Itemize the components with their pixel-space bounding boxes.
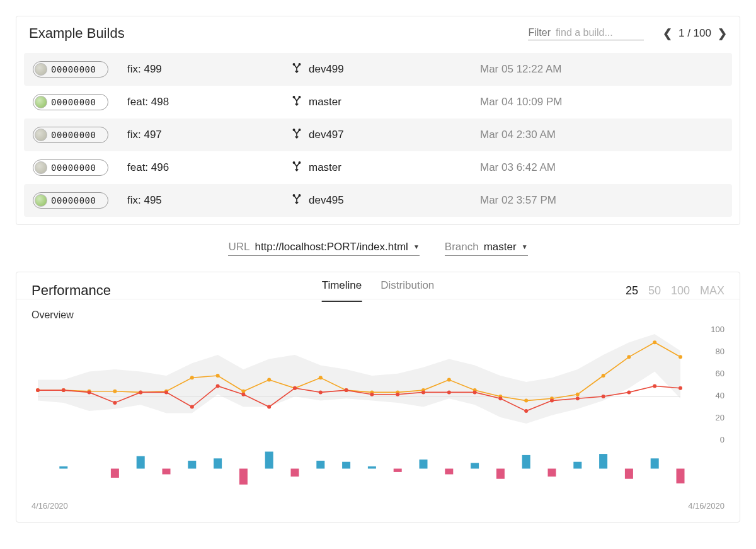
svg-point-4: [293, 129, 294, 130]
overview-line-chart: [32, 325, 687, 444]
pager-text: 1 / 100: [679, 27, 711, 40]
commit-hash: 00000000: [51, 163, 96, 173]
build-time: Mar 04 10:09 PM: [480, 96, 723, 108]
svg-point-51: [396, 393, 399, 396]
svg-rect-74: [573, 462, 581, 469]
build-row[interactable]: 00000000fix: 495dev495Mar 02 3:57 PM: [24, 184, 732, 217]
svg-rect-76: [651, 458, 659, 468]
branch-icon: [291, 62, 302, 77]
svg-rect-83: [496, 469, 505, 479]
branch-name: master: [309, 96, 341, 108]
count-option[interactable]: MAX: [700, 284, 724, 298]
performance-card: Performance Timeline Distribution 255010…: [16, 272, 740, 523]
branch-cell: dev497: [291, 128, 480, 142]
svg-rect-63: [59, 466, 67, 469]
filter-input-wrap[interactable]: Filter: [528, 27, 644, 40]
svg-rect-84: [548, 469, 556, 477]
commit-hash-chip[interactable]: 00000000: [33, 94, 108, 110]
avatar-icon: [35, 129, 47, 141]
pager-prev-icon[interactable]: ❮: [663, 26, 672, 40]
svg-rect-75: [599, 454, 607, 468]
svg-point-42: [164, 390, 168, 394]
branch-name: master: [309, 161, 341, 174]
svg-point-53: [447, 390, 451, 394]
svg-point-34: [627, 355, 631, 359]
commit-message: fix: 497: [127, 129, 291, 141]
avatar-icon: [35, 161, 47, 174]
commit-hash: 00000000: [51, 195, 96, 205]
svg-rect-66: [214, 458, 222, 468]
x-start-label: 4/16/2020: [32, 501, 68, 511]
pager: ❮ 1 / 100 ❯: [663, 26, 727, 40]
build-row[interactable]: 00000000feat: 496masterMar 03 6:42 AM: [24, 151, 732, 184]
filter-label: Filter: [528, 27, 551, 38]
tab-timeline[interactable]: Timeline: [322, 279, 362, 302]
svg-point-43: [190, 405, 194, 409]
svg-point-0: [293, 63, 294, 64]
build-row[interactable]: 00000000feat: 498masterMar 04 10:09 PM: [24, 86, 732, 118]
tab-distribution[interactable]: Distribution: [381, 279, 434, 302]
builds-card: Example Builds Filter ❮ 1 / 100 ❯ 000000…: [16, 16, 740, 225]
branch-icon: [291, 128, 302, 142]
svg-point-56: [524, 409, 528, 413]
x-end-label: 4/16/2020: [688, 501, 724, 511]
svg-rect-70: [368, 466, 376, 469]
svg-point-5: [299, 129, 300, 130]
count-option[interactable]: 50: [648, 284, 661, 298]
branch-cell: master: [291, 161, 480, 175]
filter-input[interactable]: [556, 27, 644, 38]
svg-point-54: [473, 390, 477, 394]
svg-rect-82: [445, 469, 453, 475]
svg-rect-69: [342, 462, 350, 469]
build-time: Mar 02 3:57 PM: [480, 194, 723, 207]
build-row[interactable]: 00000000fix: 497dev497Mar 04 2:30 AM: [24, 118, 732, 151]
svg-rect-80: [291, 469, 299, 477]
svg-point-20: [267, 378, 271, 382]
commit-hash-chip[interactable]: 00000000: [33, 61, 108, 78]
build-row[interactable]: 00000000fix: 499dev499Mar 05 12:22 AM: [24, 53, 732, 86]
svg-rect-71: [420, 459, 428, 468]
count-option[interactable]: 25: [626, 284, 638, 298]
svg-point-52: [421, 390, 425, 394]
svg-rect-72: [471, 463, 479, 469]
svg-point-14: [113, 390, 117, 393]
svg-point-60: [627, 390, 631, 394]
svg-rect-81: [394, 469, 402, 472]
build-rows: 00000000fix: 499dev499Mar 05 12:22 AM000…: [16, 53, 740, 224]
svg-point-37: [36, 388, 40, 392]
commit-hash-chip[interactable]: 00000000: [33, 127, 108, 143]
svg-rect-85: [625, 469, 633, 479]
url-selector[interactable]: URL http://localhost:PORT/index.html ▼: [228, 241, 419, 256]
svg-point-22: [319, 376, 323, 379]
dropdown-icon: ▼: [413, 243, 420, 250]
commit-message: feat: 496: [127, 161, 291, 174]
chart-area: 100806040200: [16, 325, 740, 494]
count-selector: 2550100MAX: [626, 284, 724, 298]
svg-point-38: [62, 388, 66, 392]
svg-rect-78: [163, 469, 171, 475]
commit-message: fix: 499: [127, 63, 291, 76]
commit-hash-chip[interactable]: 00000000: [33, 159, 108, 176]
svg-rect-65: [188, 461, 196, 469]
branch-icon: [291, 95, 302, 110]
overview-label: Overview: [16, 299, 740, 325]
svg-point-55: [498, 396, 502, 400]
svg-rect-68: [316, 461, 324, 469]
mid-selectors: URL http://localhost:PORT/index.html ▼ B…: [0, 241, 756, 256]
pager-next-icon[interactable]: ❯: [718, 26, 727, 40]
commit-hash-chip[interactable]: 00000000: [33, 192, 108, 209]
svg-point-33: [602, 374, 605, 378]
svg-point-61: [653, 384, 656, 388]
delta-bar-chart: [32, 444, 687, 488]
build-time: Mar 05 12:22 AM: [480, 63, 723, 76]
svg-rect-86: [677, 469, 685, 483]
branch-cell: dev495: [291, 194, 480, 208]
commit-message: fix: 495: [127, 194, 291, 207]
branch-name: dev499: [309, 63, 344, 76]
count-option[interactable]: 100: [671, 284, 690, 298]
branch-selector[interactable]: Branch master ▼: [445, 241, 528, 256]
svg-point-30: [524, 399, 528, 403]
svg-rect-79: [239, 469, 248, 485]
svg-point-36: [679, 355, 682, 359]
svg-point-41: [139, 390, 142, 394]
